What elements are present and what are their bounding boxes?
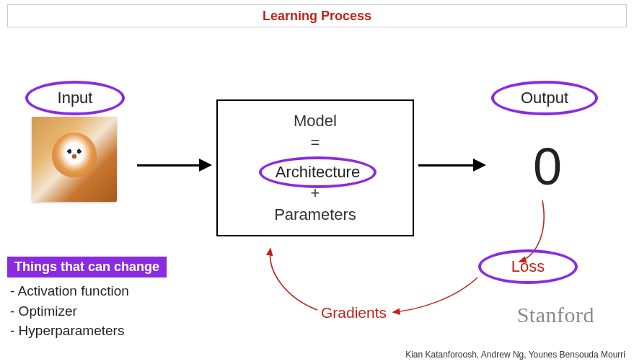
title-container: Learning Process (7, 4, 627, 27)
input-ellipse: Input (25, 81, 125, 115)
arrowhead-icon (473, 159, 486, 172)
list-item: Hyperparameters (10, 321, 129, 341)
callout-heading: Things that can change (7, 257, 167, 278)
page-title: Learning Process (263, 9, 371, 24)
parameters-label: Parameters (274, 205, 356, 224)
list-item: Activation function (10, 281, 129, 301)
loss-label: Loss (511, 257, 545, 276)
gradients-label: Gradients (321, 304, 387, 321)
institution-logo-text: Stanford (517, 303, 594, 327)
arrow-input-to-model (137, 164, 201, 167)
loss-ellipse: Loss (478, 249, 578, 284)
arrowhead-icon (199, 159, 212, 172)
output-label: Output (521, 89, 568, 107)
credits: Kian Katanforoosh, Andrew Ng, Younes Ben… (405, 350, 625, 360)
output-value: 0 (533, 137, 562, 196)
input-label: Input (58, 89, 93, 107)
equals-sign: = (311, 133, 320, 152)
model-label: Model (294, 112, 337, 130)
arrow-model-to-output (418, 164, 475, 167)
architecture-label: Architecture (276, 163, 360, 182)
architecture-ellipse: Architecture (259, 156, 377, 188)
output-ellipse: Output (491, 81, 598, 115)
bullet-list: Activation function Optimizer Hyperparam… (10, 281, 129, 341)
list-item: Optimizer (10, 301, 129, 321)
input-image-cat (32, 117, 117, 202)
